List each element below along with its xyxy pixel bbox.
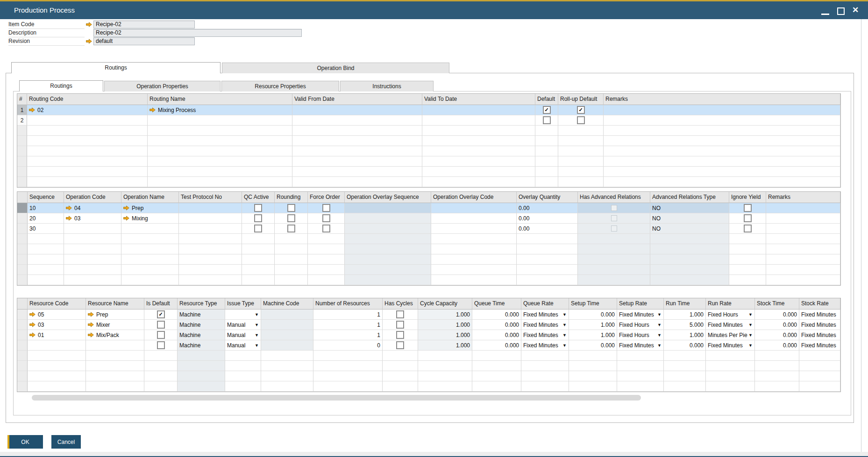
cell-run-rate[interactable]: Fixed Hours▼ xyxy=(706,309,755,320)
chevron-down-icon[interactable]: ▼ xyxy=(562,343,567,348)
cell-operation-code[interactable]: 03 xyxy=(64,213,121,224)
cell-operation-code[interactable]: 04 xyxy=(64,203,121,213)
link-arrow-icon[interactable] xyxy=(86,39,92,44)
checkbox-checked[interactable] xyxy=(157,310,165,318)
table-row[interactable] xyxy=(17,167,840,177)
column-header-rounding[interactable]: Rounding xyxy=(275,192,308,203)
cell-routing-name[interactable]: Mixing Process xyxy=(148,105,292,115)
column-header-cycle-capacity[interactable]: Cycle Capacity xyxy=(418,298,472,309)
ok-button[interactable]: OK xyxy=(7,435,43,449)
cell-routing-name[interactable] xyxy=(148,146,292,156)
cell-valid-to-date[interactable] xyxy=(422,156,535,167)
cell-force-order[interactable] xyxy=(308,254,345,265)
table-row[interactable] xyxy=(17,265,840,275)
close-button[interactable]: ✕ xyxy=(850,1,862,19)
cell-stock-rate[interactable] xyxy=(799,371,840,381)
cell-resource-name[interactable] xyxy=(86,371,144,381)
cell-test-protocol-no[interactable] xyxy=(179,203,242,213)
cell-cycle-capacity[interactable] xyxy=(418,361,472,371)
cell-ignore-yield[interactable] xyxy=(729,224,766,234)
cell-force-order[interactable] xyxy=(308,265,345,275)
checkbox[interactable] xyxy=(744,225,752,232)
tab-operation-bind[interactable]: Operation Bind xyxy=(222,63,449,73)
cell-number-of-resources[interactable]: 1 xyxy=(313,320,383,330)
cell-qc-active[interactable] xyxy=(242,224,275,234)
cell-overlay-quantity[interactable]: 0.00 xyxy=(517,213,578,224)
cell-operation-name[interactable]: Mixing xyxy=(121,213,179,224)
cell-number-of-resources[interactable] xyxy=(313,371,383,381)
cell-sequence[interactable]: 10 xyxy=(28,203,64,213)
cell-cycle-capacity[interactable]: 1.000 xyxy=(418,330,472,340)
minimize-button[interactable] xyxy=(819,1,832,19)
column-header-qc-active[interactable]: QC Active xyxy=(242,192,275,203)
cell-is-default[interactable] xyxy=(144,330,178,340)
cell-resource-name[interactable] xyxy=(86,381,144,392)
cell-remarks[interactable] xyxy=(766,224,840,234)
cell-valid-from-date[interactable] xyxy=(292,105,422,115)
chevron-down-icon[interactable]: ▼ xyxy=(748,333,753,337)
cell-stock-time[interactable] xyxy=(755,371,799,381)
cell-machine-code[interactable] xyxy=(261,371,313,381)
cell-remarks[interactable] xyxy=(604,136,840,146)
cell-stock-time[interactable]: 0.000 xyxy=(755,309,799,320)
column-header-has-cycles[interactable]: Has Cycles xyxy=(383,298,418,309)
cell-machine-code[interactable] xyxy=(261,351,313,361)
cell-queue-time[interactable] xyxy=(472,351,521,361)
cell-run-time[interactable]: 0.000 xyxy=(664,340,706,351)
cell-issue-type[interactable]: Manual▼ xyxy=(225,340,261,351)
cell-setup-time[interactable] xyxy=(569,361,617,371)
cell-sequence[interactable] xyxy=(28,244,64,254)
cell-remarks[interactable] xyxy=(604,105,840,115)
cell-number-of-resources[interactable]: 1 xyxy=(313,330,383,340)
cell-test-protocol-no[interactable] xyxy=(179,265,242,275)
chevron-down-icon[interactable]: ▼ xyxy=(255,333,259,337)
row-handle[interactable]: 1 xyxy=(17,105,27,115)
cell-issue-type[interactable]: Manual▼ xyxy=(225,330,261,340)
cell-operation-name[interactable] xyxy=(121,275,179,285)
cell-test-protocol-no[interactable] xyxy=(179,213,242,224)
row-handle[interactable] xyxy=(17,309,28,320)
cell-queue-rate[interactable]: Fixed Minutes▼ xyxy=(521,340,569,351)
table-row[interactable] xyxy=(17,381,840,392)
cell-setup-rate[interactable] xyxy=(617,351,664,361)
cell-run-time[interactable] xyxy=(664,381,706,392)
cell-default[interactable] xyxy=(535,126,558,136)
cell-routing-name[interactable] xyxy=(148,177,292,187)
chevron-down-icon[interactable]: ▼ xyxy=(562,333,567,337)
cell-has-cycles[interactable] xyxy=(383,351,418,361)
cell-routing-name[interactable] xyxy=(148,167,292,177)
row-handle[interactable] xyxy=(17,126,27,136)
cell-queue-rate[interactable]: Fixed Minutes▼ xyxy=(521,309,569,320)
cell-force-order[interactable] xyxy=(308,213,345,224)
cell-operation-overlay-code[interactable] xyxy=(431,254,517,265)
cell-resource-code[interactable]: 03 xyxy=(28,320,86,330)
table-row[interactable] xyxy=(17,351,840,361)
cell-run-time[interactable]: 1.000 xyxy=(664,309,706,320)
cell-qc-active[interactable] xyxy=(242,265,275,275)
cell-default[interactable] xyxy=(535,167,558,177)
checkbox[interactable] xyxy=(396,341,404,349)
cell-run-time[interactable] xyxy=(664,361,706,371)
column-header-operation-code[interactable]: Operation Code xyxy=(64,192,121,203)
cell-cycle-capacity[interactable] xyxy=(418,371,472,381)
row-handle[interactable] xyxy=(17,177,27,187)
cell-resource-code[interactable] xyxy=(28,381,86,392)
cell-roll-up-default[interactable] xyxy=(558,146,604,156)
cell-stock-rate[interactable] xyxy=(799,361,840,371)
cell-operation-code[interactable] xyxy=(64,265,121,275)
table-row[interactable]: MachineManual▼01.0000.000Fixed Minutes▼0… xyxy=(17,340,840,351)
cell-sequence[interactable] xyxy=(28,254,64,265)
cell-has-cycles[interactable] xyxy=(383,361,418,371)
checkbox[interactable] xyxy=(396,331,404,339)
cell-cycle-capacity[interactable]: 1.000 xyxy=(418,340,472,351)
cell-has-cycles[interactable] xyxy=(383,320,418,330)
column-header-valid-to-date[interactable]: Valid To Date xyxy=(422,94,535,105)
column-header-valid-from-date[interactable]: Valid From Date xyxy=(292,94,422,105)
cell-remarks[interactable] xyxy=(766,254,840,265)
row-handle[interactable] xyxy=(17,213,28,224)
cell-roll-up-default[interactable] xyxy=(558,156,604,167)
cell-default[interactable] xyxy=(535,136,558,146)
cell-force-order[interactable] xyxy=(308,224,345,234)
column-header-queue-rate[interactable]: Queue Rate xyxy=(521,298,569,309)
cell-queue-time[interactable] xyxy=(472,371,521,381)
